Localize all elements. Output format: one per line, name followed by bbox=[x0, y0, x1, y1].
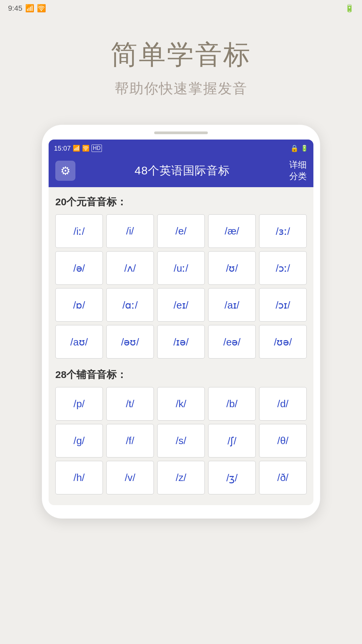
vowel-cell[interactable]: /ɜː/ bbox=[259, 214, 307, 248]
consonant-cell[interactable]: /f/ bbox=[106, 424, 154, 458]
consonant-cell[interactable]: /ʃ/ bbox=[208, 424, 256, 458]
vowel-cell[interactable]: /eə/ bbox=[208, 325, 256, 359]
consonant-cell[interactable]: /b/ bbox=[208, 387, 256, 421]
vowels-grid: /iː//i//e//æ//ɜː//ə//ʌ//uː//ʊ//ɔː//ɒ//ɑː… bbox=[55, 214, 307, 359]
consonant-cell[interactable]: /z/ bbox=[157, 461, 205, 494]
vowel-cell[interactable]: /i/ bbox=[106, 214, 154, 248]
vowel-cell[interactable]: /ʌ/ bbox=[106, 251, 154, 285]
hero-title: 简单学音标 bbox=[111, 37, 251, 73]
consonant-cell[interactable]: /ð/ bbox=[259, 461, 307, 494]
inner-signal-icon: 📶 bbox=[73, 145, 80, 152]
inner-hd-badge: HD bbox=[92, 145, 102, 152]
consonant-cell[interactable]: /ʒ/ bbox=[208, 461, 256, 494]
consonant-cell[interactable]: /v/ bbox=[106, 461, 154, 494]
consonant-cell[interactable]: /θ/ bbox=[259, 424, 307, 458]
phone-notch bbox=[154, 131, 208, 134]
outer-status-left: 9:45 📶 🛜 bbox=[8, 4, 46, 13]
vowel-cell[interactable]: /aɪ/ bbox=[208, 288, 256, 322]
vowel-cell[interactable]: /ɔː/ bbox=[259, 251, 307, 285]
consonant-cell[interactable]: /s/ bbox=[157, 424, 205, 458]
phone-frame: 15:07 📶 🛜 HD 🔒 🔋 ⚙ 48个英语国际音标 详细 分类 20个元音… bbox=[42, 125, 320, 519]
vowel-cell[interactable]: /e/ bbox=[157, 214, 205, 248]
inner-status-left: 15:07 📶 🛜 HD bbox=[54, 145, 102, 152]
gear-button[interactable]: ⚙ bbox=[55, 161, 75, 181]
consonant-cell[interactable]: /t/ bbox=[106, 387, 154, 421]
inner-wifi-icon: 🛜 bbox=[82, 145, 89, 152]
outer-wifi-icon: 🛜 bbox=[37, 4, 46, 13]
vowel-cell[interactable]: /ɔɪ/ bbox=[259, 288, 307, 322]
vowel-cell[interactable]: /ɒ/ bbox=[55, 288, 103, 322]
inner-lock-icon: 🔒 bbox=[290, 144, 299, 152]
vowel-cell[interactable]: /eɪ/ bbox=[157, 288, 205, 322]
consonants-grid: /p//t//k//b//d//g//f//s//ʃ//θ//h//v//z//… bbox=[55, 387, 307, 494]
hero-subtitle: 帮助你快速掌握发音 bbox=[111, 79, 251, 98]
vowel-cell[interactable]: /iː/ bbox=[55, 214, 103, 248]
detail-classify-button[interactable]: 详细 分类 bbox=[289, 159, 307, 182]
vowel-cell[interactable]: /əʊ/ bbox=[106, 325, 154, 359]
vowel-cell[interactable]: /ɪə/ bbox=[157, 325, 205, 359]
app-title: 48个英语国际音标 bbox=[135, 163, 230, 178]
inner-battery-icon: 🔋 bbox=[301, 145, 308, 152]
outer-battery-icon: 🔋 bbox=[345, 4, 354, 13]
vowel-cell[interactable]: /ʊ/ bbox=[208, 251, 256, 285]
hero-section: 简单学音标 帮助你快速掌握发音 bbox=[111, 37, 251, 98]
gear-icon: ⚙ bbox=[60, 164, 70, 177]
vowel-cell[interactable]: /uː/ bbox=[157, 251, 205, 285]
outer-status-bar: 9:45 📶 🛜 🔋 bbox=[0, 0, 362, 17]
vowel-cell[interactable]: /ʊə/ bbox=[259, 325, 307, 359]
consonant-cell[interactable]: /p/ bbox=[55, 387, 103, 421]
phone-screen: 15:07 📶 🛜 HD 🔒 🔋 ⚙ 48个英语国际音标 详细 分类 20个元音… bbox=[49, 140, 313, 505]
vowel-cell[interactable]: /aʊ/ bbox=[55, 325, 103, 359]
inner-status-right: 🔒 🔋 bbox=[290, 144, 308, 152]
consonant-cell[interactable]: /d/ bbox=[259, 387, 307, 421]
vowel-cell[interactable]: /æ/ bbox=[208, 214, 256, 248]
consonant-cell[interactable]: /k/ bbox=[157, 387, 205, 421]
vowels-section-title: 20个元音音标： bbox=[55, 195, 307, 209]
app-header: ⚙ 48个英语国际音标 详细 分类 bbox=[49, 157, 313, 187]
inner-time: 15:07 bbox=[54, 145, 71, 152]
outer-signal-icon: 📶 bbox=[25, 4, 34, 13]
consonant-cell[interactable]: /h/ bbox=[55, 461, 103, 494]
vowel-cell[interactable]: /ɑː/ bbox=[106, 288, 154, 322]
inner-status-bar: 15:07 📶 🛜 HD 🔒 🔋 bbox=[49, 140, 313, 157]
consonants-section-title: 28个辅音音标： bbox=[55, 368, 307, 382]
outer-status-right: 🔋 bbox=[345, 4, 354, 13]
outer-time: 9:45 bbox=[8, 4, 22, 13]
scroll-content: 20个元音音标： /iː//i//e//æ//ɜː//ə//ʌ//uː//ʊ//… bbox=[49, 187, 313, 505]
consonant-cell[interactable]: /g/ bbox=[55, 424, 103, 458]
vowel-cell[interactable]: /ə/ bbox=[55, 251, 103, 285]
